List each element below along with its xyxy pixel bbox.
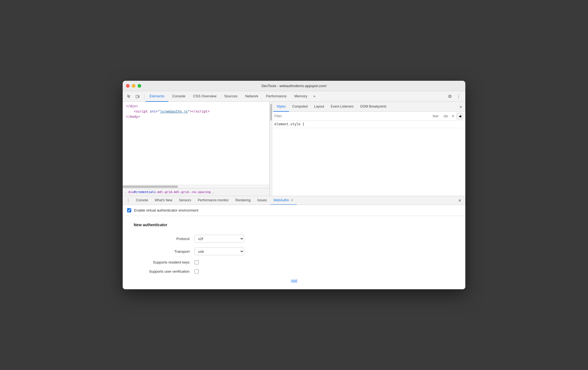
user-verification-label: Supports user verification	[134, 269, 195, 273]
enable-virtual-env-bar: Enable virtual authenticator environment	[123, 205, 465, 216]
titlebar: DevTools - webauthndemo.appspot.com/	[123, 81, 465, 91]
panels-area: </div> <script src="js/webauthn.js"></sc…	[123, 102, 465, 196]
drawer-tab-bar: ⋮ Console What's New Sensors Performance…	[123, 196, 465, 205]
tab-css-overview[interactable]: CSS Overview	[189, 91, 221, 102]
transport-select[interactable]: usb nfc ble internal	[195, 247, 244, 255]
resident-keys-checkbox[interactable]	[195, 260, 199, 264]
toggle-sidebar-button[interactable]: ◀	[456, 113, 463, 119]
tab-elements[interactable]: Elements	[146, 91, 168, 102]
resident-keys-row: Supports resident keys	[134, 260, 454, 264]
inspect-element-icon[interactable]	[125, 93, 133, 100]
main-nav-tabs: Elements Console CSS Overview Sources Ne…	[146, 91, 317, 102]
hov-button[interactable]: :hov	[431, 114, 440, 119]
right-panel-tabs: Styles Computed Layout Event Listeners D…	[272, 102, 465, 112]
drawer-menu-icon[interactable]: ⋮	[124, 198, 133, 203]
tab-sources[interactable]: Sources	[220, 91, 241, 102]
settings-icon[interactable]: ⚙	[446, 93, 454, 100]
breadcrumb-dots[interactable]: ...	[124, 190, 127, 194]
drawer-tab-rendering[interactable]: Rendering	[232, 196, 254, 205]
main-toolbar: Elements Console CSS Overview Sources Ne…	[123, 91, 465, 102]
protocol-label: Protocol	[134, 237, 195, 241]
device-toolbar-icon[interactable]	[134, 93, 141, 100]
bottom-drawer: ⋮ Console What's New Sensors Performance…	[123, 196, 465, 289]
element-style-rule: element.style {	[272, 121, 465, 128]
drawer-close-button[interactable]: ✕	[458, 197, 464, 204]
maximize-button[interactable]	[138, 84, 141, 88]
drawer-tab-webauthn[interactable]: WebAuthn ✕	[270, 196, 297, 205]
tab-more[interactable]: »	[311, 91, 317, 102]
code-line-2: <script src="js/webauthn.js"></script>	[123, 109, 269, 114]
left-scrollbar-thumb	[270, 104, 272, 121]
close-button[interactable]	[126, 84, 130, 88]
drawer-tab-performance-monitor[interactable]: Performance monitor	[195, 196, 232, 205]
new-authenticator-section: New authenticator Protocol u2f ctap2 Tra…	[123, 216, 465, 289]
tab-event-listeners[interactable]: Event Listeners	[327, 102, 357, 112]
transport-row: Transport usb nfc ble internal	[134, 247, 454, 255]
left-panel-wrapper: </div> <script src="js/webauthn.js"></sc…	[123, 102, 272, 196]
tab-memory[interactable]: Memory	[290, 91, 311, 102]
toolbar-divider	[144, 94, 145, 99]
window-title: DevTools - webauthndemo.appspot.com/	[261, 84, 327, 88]
right-panel-more-icon[interactable]: »	[457, 104, 464, 109]
drawer-tab-sensors[interactable]: Sensors	[176, 196, 195, 205]
enable-virtual-env-checkbox[interactable]	[127, 208, 131, 212]
traffic-lights	[126, 84, 141, 88]
right-panel: Styles Computed Layout Event Listeners D…	[272, 102, 465, 196]
toolbar-icon-group	[124, 93, 143, 100]
transport-label: Transport	[134, 249, 195, 254]
horizontal-scrollbar[interactable]	[123, 185, 269, 188]
user-verification-checkbox[interactable]	[195, 269, 199, 273]
drawer-tab-console[interactable]: Console	[133, 196, 151, 205]
scrollbar-thumb	[123, 186, 178, 188]
tab-network[interactable]: Network	[241, 91, 262, 102]
enable-virtual-env-label: Enable virtual authenticator environment	[134, 208, 198, 212]
elements-panel: </div> <script src="js/webauthn.js"></sc…	[123, 102, 270, 196]
add-button-row: Add	[134, 278, 454, 283]
protocol-row: Protocol u2f ctap2	[134, 235, 454, 243]
code-line-3: </body>	[123, 114, 269, 120]
user-verification-row: Supports user verification	[134, 269, 454, 273]
minimize-button[interactable]	[132, 84, 135, 88]
tab-computed[interactable]: Computed	[289, 102, 311, 112]
left-vertical-scrollbar[interactable]	[270, 102, 272, 196]
code-line-1: </div>	[123, 104, 269, 109]
styles-filter-bar: :hov .cls + ◀	[272, 112, 465, 121]
drawer-tab-issues[interactable]: Issues	[254, 196, 270, 205]
svg-rect-1	[138, 96, 139, 97]
dom-tree: </div> <script src="js/webauthn.js"></sc…	[123, 102, 269, 185]
customize-devtools-icon[interactable]: ⋮	[455, 93, 463, 100]
filter-actions: :hov .cls + ◀	[431, 113, 463, 119]
add-style-rule-button[interactable]: +	[451, 114, 455, 119]
add-authenticator-button[interactable]: Add	[291, 278, 297, 283]
webauthn-panel: Enable virtual authenticator environment…	[123, 205, 465, 289]
tab-console[interactable]: Console	[168, 91, 189, 102]
script-link[interactable]: js/webauthn.js	[160, 110, 188, 114]
styles-filter-input[interactable]	[274, 114, 428, 118]
svg-rect-0	[136, 95, 138, 98]
drawer-tab-whats-new[interactable]: What's New	[151, 196, 176, 205]
cls-button[interactable]: .cls	[441, 114, 450, 119]
protocol-select[interactable]: u2f ctap2	[195, 235, 244, 243]
devtools-window: DevTools - webauthndemo.appspot.com/ Ele…	[123, 81, 465, 289]
resident-keys-label: Supports resident keys	[134, 260, 195, 264]
breadcrumb-selector: div#credentials.mdl-grid.mdl-grid--no-sp…	[128, 190, 211, 194]
tab-styles[interactable]: Styles	[273, 102, 289, 112]
breadcrumb: ... div#credentials.mdl-grid.mdl-grid--n…	[123, 188, 269, 196]
breadcrumb-more[interactable]: ...	[212, 190, 214, 194]
tab-layout[interactable]: Layout	[311, 102, 327, 112]
new-authenticator-title: New authenticator	[134, 223, 454, 227]
drawer-tab-close-webauthn[interactable]: ✕	[291, 198, 293, 202]
tab-dom-breakpoints[interactable]: DOM Breakpoints	[357, 102, 390, 112]
toolbar-right: ⚙ ⋮	[446, 93, 464, 100]
tab-performance[interactable]: Performance	[262, 91, 290, 102]
